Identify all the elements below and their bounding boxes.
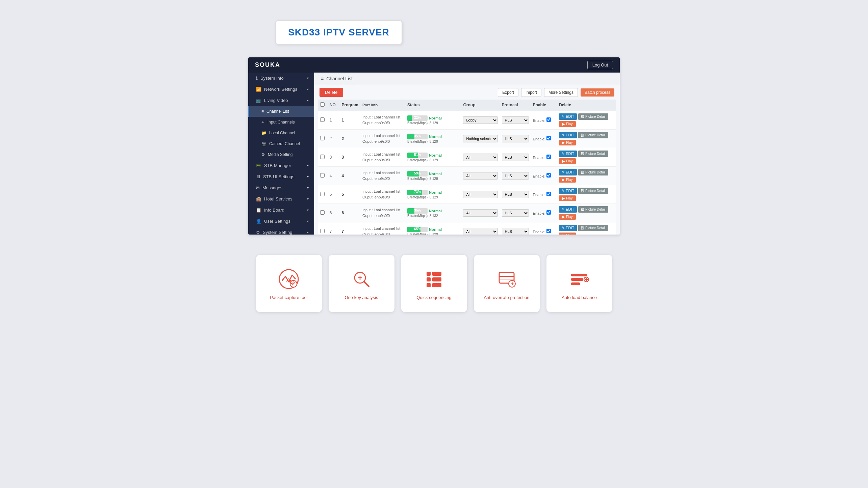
- card-anti-overrate[interactable]: Anti-overrate protection: [474, 255, 540, 312]
- card-quick-sequencing[interactable]: Quick sequencing: [401, 255, 467, 312]
- row-protocol[interactable]: HLSRTMPUDP: [500, 166, 531, 185]
- picture-detail-button[interactable]: 🖼 Picture Detail: [578, 225, 608, 231]
- picture-detail-button[interactable]: 🖼 Picture Detail: [578, 169, 608, 175]
- row-checkbox[interactable]: [320, 155, 325, 159]
- sidebar-item-hotel-services[interactable]: 🏨 Hotel Services ▾: [248, 193, 314, 205]
- group-select[interactable]: LobbyNothing selecteAll: [463, 116, 497, 124]
- more-settings-button[interactable]: More Settings: [544, 88, 578, 97]
- edit-button[interactable]: ✎ EDIT: [559, 206, 577, 213]
- row-enable: Enable:: [531, 111, 557, 129]
- row-protocol[interactable]: HLSRTMPUDP: [500, 222, 531, 235]
- edit-button[interactable]: ✎ EDIT: [559, 188, 577, 194]
- edit-button[interactable]: ✎ EDIT: [559, 113, 577, 120]
- protocol-select[interactable]: HLSRTMPUDP: [502, 209, 529, 217]
- sidebar-item-system-info[interactable]: ℹ System Info ▾: [248, 73, 314, 84]
- enable-checkbox[interactable]: [546, 173, 551, 178]
- row-checkbox[interactable]: [320, 136, 325, 140]
- group-select[interactable]: LobbyNothing selecteAll: [463, 154, 497, 161]
- row-no: 5: [328, 185, 340, 204]
- row-protocol[interactable]: HLSRTMPUDP: [500, 148, 531, 166]
- sidebar-item-user-settings[interactable]: 👤 User Settings ▾: [248, 216, 314, 227]
- sidebar-item-info-board[interactable]: 📋 Info Board ▾: [248, 205, 314, 216]
- sidebar-item-media-setting[interactable]: ⚙ Media Setting: [248, 149, 314, 160]
- card-label-anti-overrate: Anti-overrate protection: [484, 295, 529, 300]
- row-group[interactable]: LobbyNothing selecteAll: [461, 166, 500, 185]
- sidebar-item-network-settings[interactable]: 📶 Network Settings ▾: [248, 84, 314, 95]
- protocol-select[interactable]: HLSRTMPUDP: [502, 135, 529, 142]
- play-button[interactable]: ▶ Play: [559, 140, 576, 145]
- row-group[interactable]: LobbyNothing selecteAll: [461, 148, 500, 166]
- logout-button[interactable]: Log Out: [587, 61, 613, 69]
- sidebar-item-channel-list[interactable]: ≡ Channel List: [248, 106, 314, 117]
- sidebar-item-stb-ui-settings[interactable]: 🖥 STB UI Settings ▾: [248, 171, 314, 182]
- col-header-port: Port Info: [360, 100, 405, 111]
- picture-detail-button[interactable]: 🖼 Picture Detail: [578, 113, 608, 120]
- protocol-select[interactable]: HLSRTMPUDP: [502, 228, 529, 235]
- chevron-down-icon: ▾: [307, 87, 309, 91]
- table-row: 44Input : Loal channel listOuput: enp9s0…: [318, 166, 616, 185]
- row-group[interactable]: LobbyNothing selecteAll: [461, 129, 500, 148]
- play-button[interactable]: ▶ Play: [559, 121, 576, 127]
- row-group[interactable]: LobbyNothing selecteAll: [461, 222, 500, 235]
- edit-button[interactable]: ✎ EDIT: [559, 132, 577, 138]
- row-protocol[interactable]: HLSRTMPUDP: [500, 204, 531, 222]
- delete-button[interactable]: Delete: [320, 88, 343, 97]
- card-auto-load-balance[interactable]: Auto load balance: [546, 255, 612, 312]
- enable-checkbox[interactable]: [546, 155, 551, 159]
- sidebar-item-stb-manager[interactable]: 📟 STB Manager ▾: [248, 160, 314, 171]
- picture-detail-button[interactable]: 🖼 Picture Detail: [578, 151, 608, 157]
- row-protocol[interactable]: HLSRTMPUDP: [500, 129, 531, 148]
- sidebar-item-messages[interactable]: ✉ Messages ▾: [248, 182, 314, 193]
- sidebar-item-local-channel[interactable]: 📁 Local Channel: [248, 128, 314, 138]
- play-button[interactable]: ▶ Play: [559, 177, 576, 183]
- chevron-down-icon: ▾: [307, 231, 309, 234]
- sidebar-item-input-channels[interactable]: ↵ Input Channels: [248, 117, 314, 128]
- enable-checkbox[interactable]: [546, 117, 551, 122]
- play-button[interactable]: ▶ Play: [559, 158, 576, 164]
- row-group[interactable]: LobbyNothing selecteAll: [461, 185, 500, 204]
- group-select[interactable]: LobbyNothing selecteAll: [463, 228, 497, 235]
- row-checkbox[interactable]: [320, 192, 325, 196]
- select-all-checkbox[interactable]: [320, 102, 325, 107]
- enable-checkbox[interactable]: [546, 210, 551, 215]
- protocol-select[interactable]: HLSRTMPUDP: [502, 154, 529, 161]
- protocol-select[interactable]: HLSRTMPUDP: [502, 172, 529, 180]
- camera-icon: 📷: [261, 141, 266, 146]
- picture-detail-button[interactable]: 🖼 Picture Detail: [578, 206, 608, 213]
- row-protocol[interactable]: HLSRTMPUDP: [500, 185, 531, 204]
- group-select[interactable]: LobbyNothing selecteAll: [463, 209, 497, 217]
- row-checkbox[interactable]: [320, 117, 325, 122]
- sidebar-item-system-setting[interactable]: ⚙ System Setting ▾: [248, 227, 314, 235]
- sidebar-item-living-video[interactable]: 📺 Living Video ▾: [248, 95, 314, 106]
- row-protocol[interactable]: HLSRTMPUDP: [500, 111, 531, 129]
- row-checkbox[interactable]: [320, 173, 325, 178]
- batch-process-button[interactable]: Batch process: [581, 88, 614, 97]
- enable-checkbox[interactable]: [546, 192, 551, 196]
- play-button[interactable]: ▶ Play: [559, 214, 576, 220]
- group-select[interactable]: LobbyNothing selecteAll: [463, 135, 497, 142]
- enable-checkbox[interactable]: [546, 136, 551, 140]
- row-program: 3: [340, 148, 360, 166]
- card-one-key-analysis[interactable]: One key analysis: [329, 255, 394, 312]
- row-group[interactable]: LobbyNothing selecteAll: [461, 204, 500, 222]
- export-button[interactable]: Export: [498, 88, 518, 97]
- row-status: 35% Normal Bitrate(Mbps): 8.132: [405, 204, 461, 222]
- import-button[interactable]: Import: [521, 88, 541, 97]
- protocol-select[interactable]: HLSRTMPUDP: [502, 116, 529, 124]
- enable-checkbox[interactable]: [546, 229, 551, 233]
- play-button[interactable]: ▶ Play: [559, 233, 576, 235]
- row-group[interactable]: LobbyNothing selecteAll: [461, 111, 500, 129]
- protocol-select[interactable]: HLSRTMPUDP: [502, 191, 529, 198]
- group-select[interactable]: LobbyNothing selecteAll: [463, 172, 497, 180]
- group-select[interactable]: LobbyNothing selecteAll: [463, 191, 497, 198]
- edit-button[interactable]: ✎ EDIT: [559, 225, 577, 231]
- sidebar-item-camera-channel[interactable]: 📷 Camera Channel: [248, 138, 314, 149]
- play-button[interactable]: ▶ Play: [559, 195, 576, 201]
- edit-button[interactable]: ✎ EDIT: [559, 169, 577, 175]
- card-packet-capture[interactable]: Packet capture tool: [256, 255, 322, 312]
- row-checkbox[interactable]: [320, 210, 325, 215]
- row-checkbox[interactable]: [320, 229, 325, 233]
- picture-detail-button[interactable]: 🖼 Picture Detail: [578, 188, 608, 194]
- picture-detail-button[interactable]: 🖼 Picture Detail: [578, 132, 608, 138]
- edit-button[interactable]: ✎ EDIT: [559, 151, 577, 157]
